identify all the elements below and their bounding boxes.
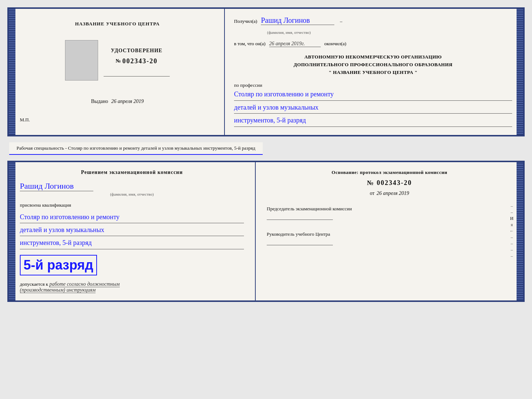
- profession-label: по профессии: [234, 82, 512, 88]
- qualification-text: Столяр по изготовлению и ремонту деталей…: [20, 211, 244, 250]
- rank-box: 5-й разряд: [20, 255, 97, 275]
- rank-big-text: 5-й разряд: [24, 257, 93, 273]
- allowed-work: работе согласно должностным: [49, 281, 119, 287]
- specialty-label: Рабочая специальность - Столяр по изгото…: [9, 142, 263, 155]
- photo-placeholder: [65, 40, 98, 81]
- org-block: АВТОНОМНУЮ НЕКОММЕРЧЕСКУЮ ОРГАНИЗАЦИЮ ДО…: [234, 53, 512, 76]
- chairman-block: Председатель экзаменационной комиссии: [267, 206, 512, 220]
- vtom-row: в том, что он(а) 26 апреля 2019г. окончи…: [234, 41, 512, 47]
- org-line2: ДОПОЛНИТЕЛЬНОГО ПРОФЕССИОНАЛЬНОГО ОБРАЗО…: [234, 61, 512, 69]
- specialty-label-container: Рабочая специальность - Столяр по изгото…: [7, 140, 525, 157]
- rstrip-arrow: ←: [510, 228, 514, 234]
- rstrip5: –: [511, 247, 513, 253]
- protocol-number: № 002343-20: [267, 179, 512, 187]
- qualification-line3: инструментов, 5-й разряд: [20, 237, 244, 249]
- strip-char-И2: И: [517, 60, 521, 65]
- fio-sub-top: (фамилия, имя, отчество): [234, 30, 512, 35]
- bottom-document: Решением экзаменационной комиссии Рашид …: [7, 161, 525, 302]
- strip-char-ya: –: [518, 53, 520, 59]
- from-date-line: от 26 апреля 2019: [267, 190, 512, 196]
- assigned-label: присвоена квалификация: [20, 202, 244, 208]
- fio-sub-bottom: (фамилия, имя, отчество): [20, 192, 244, 196]
- rstrip3: –: [511, 235, 513, 240]
- rstrip4: –: [511, 241, 513, 246]
- qualification-line1: Столяр по изготовлению и ремонту: [20, 211, 244, 223]
- qualification-line2: деталей и узлов музыкальных: [20, 224, 244, 236]
- director-block: Руководитель учебного Центра: [267, 231, 512, 245]
- org-line1: АВТОНОМНУЮ НЕКОММЕРЧЕСКУЮ ОРГАНИЗАЦИЮ: [234, 53, 512, 61]
- strip-char-a: я: [518, 66, 520, 71]
- profession-line2: деталей и узлов музыкальных: [234, 101, 512, 114]
- center-name-top: НАЗВАНИЕ УЧЕБНОГО ЦЕНТРА: [75, 21, 160, 27]
- allowed-label: допускается к: [20, 281, 48, 287]
- bottom-doc-left: Решением экзаменационной комиссии Рашид …: [9, 162, 256, 300]
- recipient-name: Рашид Логинов: [261, 16, 334, 25]
- cert-type-label: УДОСТОВЕРЕНИЕ: [111, 48, 162, 54]
- top-doc-left: НАЗВАНИЕ УЧЕБНОГО ЦЕНТРА УДОСТОВЕРЕНИЕ №…: [9, 9, 225, 135]
- issued-label: Выдано: [91, 99, 108, 104]
- profession-line3: инструментов, 5-й разряд: [234, 114, 512, 127]
- profession-block: по профессии Столяр по изготовлению и ре…: [234, 82, 512, 127]
- rstrip-И: И: [510, 216, 513, 221]
- allowed-work2: (производственным) инструкциям: [20, 287, 96, 293]
- mp-label: М.П.: [20, 117, 30, 123]
- rstrip2: –: [511, 210, 513, 215]
- cert-number: 002343-20: [122, 57, 158, 65]
- person-name: Рашид Логинов: [20, 181, 93, 191]
- org-line3: " НАЗВАНИЕ УЧЕБНОГО ЦЕНТРА ": [234, 69, 512, 76]
- resolution-title: Решением экзаменационной комиссии: [20, 170, 244, 175]
- strip-char-arrow: ←: [517, 72, 521, 78]
- from-date: 26 апреля 2019: [377, 190, 409, 196]
- right-strip: – – И я ← – – –: [515, 9, 523, 135]
- top-document: НАЗВАНИЕ УЧЕБНОГО ЦЕНТРА УДОСТОВЕРЕНИЕ №…: [7, 7, 525, 136]
- protocol-prefix: №: [367, 179, 374, 186]
- chairman-label: Председатель экзаменационной комиссии: [267, 206, 512, 212]
- director-sig-line: [267, 245, 333, 245]
- received-label: Получил(а): [234, 18, 257, 24]
- rstrip-ya: я: [511, 222, 513, 228]
- vtom-label: в том, что он(а): [234, 41, 266, 47]
- profession-line1: Столяр по изготовлению и ремонту: [234, 88, 512, 100]
- strip-char-dash3: –: [518, 91, 520, 96]
- issued-date: 26 апреля 2019: [111, 99, 144, 104]
- rstrip6: –: [511, 253, 513, 259]
- issued-date-line: Выдано 26 апреля 2019: [91, 99, 144, 104]
- profession-text: Столяр по изготовлению и ремонту деталей…: [234, 88, 512, 127]
- received-row: Получил(а) Рашид Логинов –: [234, 16, 512, 25]
- okончил-label: окончил(а): [324, 41, 346, 47]
- strip-char-И: –: [518, 47, 520, 53]
- person-name-block: Рашид Логинов (фамилия, имя, отчество): [20, 181, 244, 196]
- bottom-doc-right: Основание: протокол экзаменационной коми…: [256, 162, 523, 300]
- rstrip1: –: [511, 203, 513, 209]
- from-prefix: от: [370, 190, 375, 196]
- allowed-block: допускается к работе согласно должностны…: [20, 281, 244, 293]
- vtom-date: 26 апреля 2019г.: [269, 41, 321, 47]
- right-strip-bottom: – – И я ← – – – –: [508, 162, 515, 300]
- director-label: Руководитель учебного Центра: [267, 231, 512, 238]
- strip-char-dash1: –: [518, 78, 520, 84]
- strip-char-dash2: –: [518, 85, 520, 90]
- basis-label: Основание: протокол экзаменационной коми…: [267, 170, 512, 175]
- cert-number-prefix: №: [116, 58, 121, 64]
- chairman-sig-line: [267, 220, 333, 220]
- protocol-num: 002343-20: [377, 179, 412, 186]
- top-doc-right: Получил(а) Рашид Логинов – (фамилия, имя…: [225, 9, 523, 135]
